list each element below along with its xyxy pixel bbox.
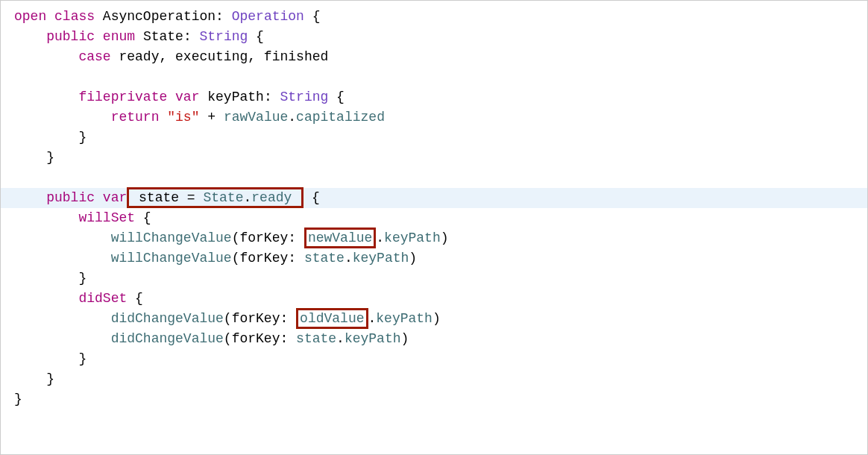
func-didchangevalue: didChangeValue: [111, 331, 224, 346]
keyword-return: return: [111, 110, 160, 125]
keyword-willset: willSet: [78, 210, 135, 225]
code-line: case ready, executing, finished: [1, 47, 867, 67]
keyword-class: class: [54, 9, 95, 24]
code-line: fileprivate var keyPath: String {: [1, 87, 867, 107]
code-line: }: [1, 389, 867, 410]
member-capitalized: capitalized: [296, 110, 385, 125]
type-state: State: [203, 190, 243, 205]
code-line: willChangeValue(forKey: newValue.keyPath…: [1, 228, 867, 248]
keyword-var: var: [175, 90, 199, 104]
code-line: public enum State: String {: [1, 27, 867, 47]
code-line: willChangeValue(forKey: state.keyPath): [1, 248, 867, 269]
member-keypath: keyPath: [384, 230, 441, 245]
func-willchangevalue: willChangeValue: [111, 251, 232, 266]
code-line: open class AsyncOperation: Operation {: [1, 7, 867, 27]
member-rawvalue: rawValue: [224, 110, 288, 125]
keyword-case: case: [78, 49, 110, 64]
func-didchangevalue: didChangeValue: [111, 311, 224, 326]
var-name: keyPath:: [199, 90, 280, 104]
identifier-state: state: [304, 251, 345, 266]
code-line: }: [1, 148, 867, 168]
close-brace: }: [46, 150, 54, 165]
identifier-state: state: [296, 331, 336, 346]
keyword-open: open: [14, 9, 46, 24]
member-keypath: keyPath: [345, 331, 401, 346]
code-line: didChangeValue(forKey: oldValue.keyPath): [1, 309, 867, 329]
class-name: AsyncOperation: [103, 9, 216, 24]
code-line: }: [1, 269, 867, 289]
keyword-fileprivate: fileprivate: [78, 90, 167, 104]
member-ready: ready: [251, 190, 300, 205]
keyword-public: public: [46, 190, 95, 205]
code-line: }: [1, 128, 867, 148]
type-string: String: [200, 29, 248, 44]
close-brace: }: [78, 271, 87, 286]
type-operation: Operation: [232, 9, 304, 24]
string-literal: "is": [167, 110, 199, 125]
enum-name: State: [143, 29, 183, 44]
code-line: willSet {: [1, 208, 867, 228]
close-brace: }: [78, 351, 87, 366]
code-line-blank: [1, 67, 867, 87]
close-brace: }: [46, 371, 54, 386]
keyword-enum: enum: [103, 29, 135, 44]
code-line: didChangeValue(forKey: state.keyPath): [1, 329, 867, 349]
highlight-box-newvalue: newValue: [304, 228, 376, 248]
code-line-highlighted: public var state = State.ready {: [1, 188, 867, 208]
highlight-box-oldvalue: oldValue: [296, 308, 368, 329]
close-brace: }: [14, 392, 22, 407]
code-line: return "is" + rawValue.capitalized: [1, 107, 867, 128]
case-values: ready, executing, finished: [111, 49, 329, 64]
member-keypath: keyPath: [353, 251, 409, 266]
code-line-blank: [1, 168, 867, 188]
keyword-public: public: [46, 29, 95, 44]
code-line: }: [1, 369, 867, 389]
close-brace: }: [78, 130, 87, 145]
func-willchangevalue: willChangeValue: [111, 230, 232, 245]
highlight-box-state-decl: state = State.ready: [127, 187, 304, 208]
type-string: String: [280, 90, 329, 104]
code-line: didSet {: [1, 289, 867, 309]
code-line: }: [1, 349, 867, 369]
keyword-didset: didSet: [78, 291, 127, 306]
code-editor[interactable]: open class AsyncOperation: Operation { p…: [1, 7, 867, 410]
keyword-var: var: [103, 190, 127, 205]
member-keypath: keyPath: [376, 311, 433, 326]
